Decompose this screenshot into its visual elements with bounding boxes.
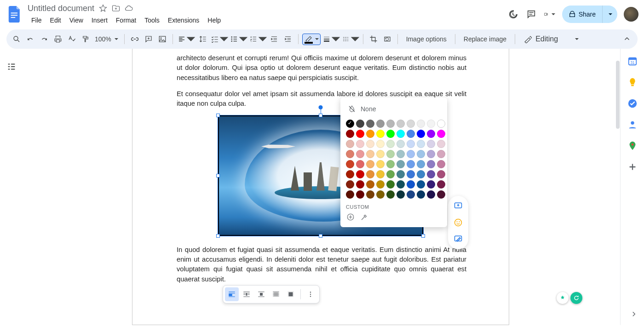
add-emoji-icon[interactable] xyxy=(451,215,466,230)
color-swatch[interactable] xyxy=(376,120,385,128)
color-none-option[interactable]: None xyxy=(346,102,442,116)
wrap-break-icon[interactable] xyxy=(254,287,268,301)
color-swatch[interactable] xyxy=(356,120,364,128)
color-swatch[interactable] xyxy=(356,190,364,199)
reset-image-icon[interactable] xyxy=(381,32,394,46)
color-swatch[interactable] xyxy=(376,130,385,138)
wrap-behind-icon[interactable] xyxy=(269,287,283,301)
color-swatch[interactable] xyxy=(437,150,445,158)
color-swatch[interactable] xyxy=(386,150,395,158)
show-outline-icon[interactable] xyxy=(6,62,19,74)
color-swatch[interactable] xyxy=(427,160,435,168)
color-swatch[interactable] xyxy=(397,130,405,138)
color-swatch[interactable] xyxy=(437,190,445,199)
color-swatch[interactable] xyxy=(397,140,405,148)
color-swatch[interactable] xyxy=(366,160,374,168)
color-swatch[interactable] xyxy=(397,180,405,189)
menu-help[interactable]: Help xyxy=(204,15,224,26)
color-swatch[interactable] xyxy=(366,140,374,148)
color-swatch[interactable] xyxy=(397,190,405,199)
color-swatch[interactable] xyxy=(397,160,405,168)
comments-icon[interactable] xyxy=(525,8,537,20)
suggest-edits-icon[interactable] xyxy=(451,232,466,246)
menu-tools[interactable]: Tools xyxy=(141,15,163,26)
indent-decrease-icon[interactable] xyxy=(268,32,281,46)
wrap-text-icon[interactable] xyxy=(240,287,253,301)
color-swatch[interactable] xyxy=(417,140,425,148)
color-swatch[interactable] xyxy=(376,180,385,189)
wrap-inline-icon[interactable] xyxy=(225,287,239,301)
collapse-toolbar-icon[interactable] xyxy=(620,32,634,46)
scrollbar[interactable] xyxy=(615,49,620,325)
color-swatch[interactable] xyxy=(356,170,364,178)
color-swatch[interactable] xyxy=(346,150,354,158)
color-swatch[interactable] xyxy=(417,180,425,189)
color-swatch[interactable] xyxy=(386,190,395,199)
color-swatch[interactable] xyxy=(346,130,354,138)
paint-format-icon[interactable] xyxy=(79,32,92,46)
color-swatch[interactable] xyxy=(427,130,435,138)
color-swatch[interactable] xyxy=(437,180,445,189)
color-swatch[interactable] xyxy=(366,190,374,199)
eyedropper-icon[interactable] xyxy=(360,212,369,222)
spellcheck-icon[interactable] xyxy=(65,32,78,46)
color-swatch[interactable] xyxy=(376,150,385,158)
tasks-app-icon[interactable] xyxy=(627,98,638,109)
color-swatch[interactable] xyxy=(346,170,354,178)
image-options-button[interactable]: Image options xyxy=(402,32,451,46)
wrap-more-icon[interactable] xyxy=(304,287,317,301)
color-swatch[interactable] xyxy=(386,170,395,178)
resize-handle[interactable] xyxy=(216,234,220,238)
resize-handle[interactable] xyxy=(421,234,425,238)
resize-handle[interactable] xyxy=(216,174,220,177)
contacts-app-icon[interactable] xyxy=(627,120,638,130)
document-title[interactable]: Untitled document xyxy=(28,4,94,13)
menu-extensions[interactable]: Extensions xyxy=(164,15,203,26)
resize-handle[interactable] xyxy=(319,234,322,238)
color-swatch[interactable] xyxy=(346,120,354,128)
checklist-icon[interactable] xyxy=(210,32,228,46)
grammarly-suggestion-icon[interactable] xyxy=(557,292,569,304)
search-icon[interactable] xyxy=(10,32,23,46)
color-swatch[interactable] xyxy=(376,140,385,148)
redo-icon[interactable] xyxy=(38,32,51,46)
color-swatch[interactable] xyxy=(417,170,425,178)
color-swatch[interactable] xyxy=(407,150,415,158)
color-swatch[interactable] xyxy=(356,160,364,168)
color-swatch[interactable] xyxy=(366,120,374,128)
color-swatch[interactable] xyxy=(427,170,435,178)
border-dash-icon[interactable] xyxy=(341,32,359,46)
color-swatch[interactable] xyxy=(407,190,415,199)
color-swatch[interactable] xyxy=(417,120,425,128)
menu-format[interactable]: Format xyxy=(112,15,140,26)
zoom-select[interactable]: 100% xyxy=(93,35,121,43)
share-button[interactable]: Share xyxy=(562,6,617,23)
color-swatch[interactable] xyxy=(356,130,364,138)
color-swatch[interactable] xyxy=(346,140,354,148)
color-swatch[interactable] xyxy=(427,190,435,199)
color-swatch[interactable] xyxy=(437,140,445,148)
color-swatch[interactable] xyxy=(407,180,415,189)
keep-app-icon[interactable] xyxy=(627,77,638,87)
color-swatch[interactable] xyxy=(417,190,425,199)
wrap-front-icon[interactable] xyxy=(284,287,298,301)
color-swatch[interactable] xyxy=(417,130,425,138)
color-swatch[interactable] xyxy=(386,120,395,128)
paragraph[interactable]: architecto deserunt et corrupti rerum! Q… xyxy=(177,53,466,83)
color-swatch[interactable] xyxy=(356,150,364,158)
color-swatch[interactable] xyxy=(397,120,405,128)
color-swatch[interactable] xyxy=(386,160,395,168)
replace-image-button[interactable]: Replace image xyxy=(459,32,511,46)
color-swatch[interactable] xyxy=(346,160,354,168)
color-swatch[interactable] xyxy=(397,150,405,158)
maps-app-icon[interactable] xyxy=(627,141,638,151)
crop-icon[interactable] xyxy=(367,32,380,46)
resize-handle[interactable] xyxy=(216,114,220,117)
color-swatch[interactable] xyxy=(376,190,385,199)
undo-icon[interactable] xyxy=(24,32,37,46)
account-avatar[interactable] xyxy=(624,7,638,22)
menu-edit[interactable]: Edit xyxy=(46,15,65,26)
paragraph[interactable]: In quod dolorem et fugiat quasi sit assu… xyxy=(177,245,466,284)
color-swatch[interactable] xyxy=(376,160,385,168)
docs-logo[interactable] xyxy=(6,5,24,23)
